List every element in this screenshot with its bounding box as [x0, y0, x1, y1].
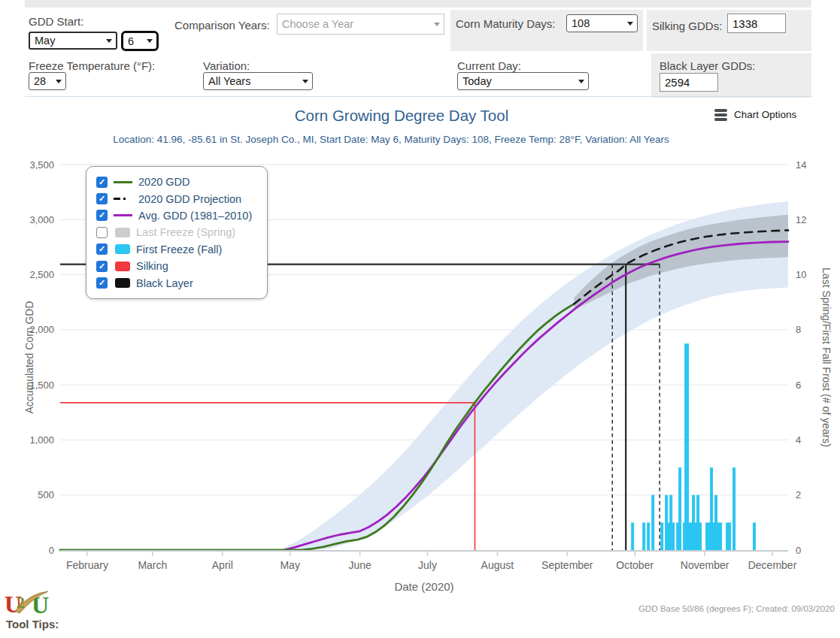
x-tick-label: April	[212, 559, 233, 571]
legend-checkbox-first-freeze-fall[interactable]	[96, 243, 108, 255]
x-tick-label: February	[66, 559, 108, 571]
legend-marker-2020-gdd-projection	[114, 198, 132, 200]
chart-legend: 2020 GDD2020 GDD ProjectionAvg. GDD (198…	[86, 166, 268, 299]
x-tick-label: June	[348, 559, 371, 571]
legend-checkbox-2020-gdd[interactable]	[96, 177, 108, 188]
legend-item-2020-gdd: 2020 GDD	[96, 174, 267, 190]
legend-label-last-freeze-spring: Last Freeze (Spring)	[136, 226, 235, 238]
freeze-bar	[647, 522, 650, 550]
y-right-axis-title: Last Spring/First Fall Frost (# of years…	[820, 268, 832, 447]
legend-marker-silking	[115, 262, 130, 271]
gdd-chart-canvas: FebruaryMarchAprilMayJuneJulyAugustSepte…	[0, 0, 840, 638]
y-left-tick-label: 0	[49, 545, 54, 556]
freeze-bar	[660, 522, 663, 550]
legend-label-silking: Silking	[136, 260, 168, 272]
legend-item-2020-gdd-projection: 2020 GDD Projection	[96, 190, 267, 207]
legend-marker-last-freeze-spring	[115, 228, 130, 237]
legend-checkbox-silking[interactable]	[96, 261, 108, 272]
y-right-tick-label: 2	[796, 489, 801, 500]
legend-item-first-freeze-fall: First Freeze (Fall)	[96, 241, 267, 258]
legend-checkbox-avg-gdd-1981-2010[interactable]	[96, 210, 108, 221]
y-right-tick-label: 12	[796, 214, 806, 225]
legend-item-silking: Silking	[96, 258, 267, 274]
legend-label-2020-gdd-projection: 2020 GDD Projection	[138, 193, 241, 205]
freeze-bar	[672, 522, 675, 550]
legend-marker-avg-gdd-1981-2010	[114, 214, 132, 216]
y-right-tick-label: 10	[796, 269, 806, 280]
legend-marker-2020-gdd	[114, 181, 132, 183]
freeze-bar	[753, 522, 756, 550]
legend-label-avg-gdd-1981-2010: Avg. GDD (1981–2010)	[138, 210, 252, 222]
legend-checkbox-black-layer[interactable]	[96, 277, 108, 289]
x-tick-label: August	[481, 559, 514, 571]
legend-label-black-layer: Black Layer	[136, 277, 193, 289]
legend-item-last-freeze-spring: Last Freeze (Spring)	[96, 224, 267, 240]
y-right-tick-label: 8	[796, 324, 801, 335]
legend-item-avg-gdd-1981-2010: Avg. GDD (1981–2010)	[96, 207, 267, 224]
freeze-bar	[642, 522, 645, 550]
y-right-tick-label: 4	[796, 434, 801, 446]
y-left-tick-label: 3,000	[29, 214, 54, 225]
freeze-bar	[719, 522, 722, 550]
legend-checkbox-last-freeze-spring[interactable]	[96, 227, 108, 238]
y-left-tick-label: 1,000	[29, 434, 54, 446]
y-left-tick-label: 2,500	[29, 269, 54, 280]
x-tick-label: October	[616, 559, 654, 571]
legend-label-first-freeze-fall: First Freeze (Fall)	[136, 243, 222, 256]
x-tick-label: March	[138, 559, 167, 571]
legend-marker-black-layer	[115, 278, 130, 288]
freeze-bar	[732, 467, 735, 550]
freeze-bar	[728, 522, 731, 550]
freeze-bar	[631, 522, 634, 550]
y-right-tick-label: 14	[796, 159, 806, 171]
y-left-tick-label: 500	[38, 489, 54, 500]
x-tick-label: December	[748, 559, 797, 571]
x-tick-label: November	[681, 559, 729, 571]
legend-marker-first-freeze-fall	[115, 244, 130, 254]
x-axis-title: Date (2020)	[394, 580, 453, 593]
x-tick-label: September	[541, 559, 593, 571]
freeze-bar	[684, 343, 689, 550]
freeze-bar	[651, 495, 654, 550]
y-right-tick-label: 6	[796, 379, 801, 391]
legend-item-black-layer: Black Layer	[96, 274, 267, 291]
freeze-bar	[678, 467, 681, 550]
x-tick-label: July	[418, 559, 437, 571]
freeze-bar	[699, 522, 702, 550]
y-left-tick-label: 3,500	[29, 159, 54, 171]
legend-label-2020-gdd: 2020 GDD	[138, 176, 190, 188]
y-left-axis-title: Accumulated Corn GDD	[23, 301, 35, 413]
y-right-tick-label: 0	[796, 545, 801, 556]
legend-checkbox-2020-gdd-projection[interactable]	[96, 193, 108, 204]
corn-gdd-tool-page: GDD Start: May 6 Comparison Years: Choos…	[0, 0, 840, 638]
x-tick-label: May	[280, 559, 299, 571]
